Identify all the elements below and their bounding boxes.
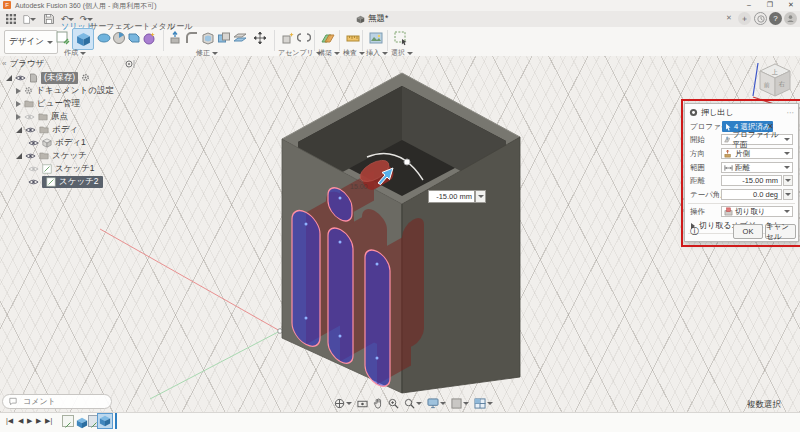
extent-row: 範囲 距離 — [685, 161, 798, 174]
visibility-eye-icon[interactable] — [28, 178, 39, 186]
combine-icon[interactable] — [216, 30, 232, 46]
timeline-step-forward-button[interactable]: ▶ — [36, 417, 41, 425]
job-status-icon[interactable] — [754, 12, 767, 25]
dialog-header[interactable]: 押し出し ⋯ — [685, 106, 798, 119]
avatar[interactable] — [784, 12, 797, 25]
fillet-icon[interactable] — [184, 30, 200, 46]
timeline-sketch1-feature[interactable] — [62, 415, 74, 427]
move-copy-icon[interactable] — [252, 30, 268, 46]
close-button[interactable]: ✕ — [784, 0, 798, 10]
tree-item-named-views[interactable]: ビュー管理 — [16, 97, 80, 110]
viewcube-right-label: 右 — [778, 80, 785, 88]
collapse-icon[interactable]: « — [2, 59, 6, 68]
operation-combo[interactable]: 切り取り — [721, 206, 793, 217]
visibility-eye-icon[interactable] — [15, 74, 26, 82]
display-settings[interactable] — [427, 398, 446, 409]
tree-item-sketch2-selected[interactable]: スケッチ2 — [28, 175, 103, 188]
press-pull-icon[interactable] — [168, 30, 184, 46]
offset-face-icon[interactable] — [232, 30, 248, 46]
help-icon[interactable]: ? — [769, 12, 782, 25]
collapse-arrow-icon[interactable] — [16, 88, 21, 94]
timeline-position-marker[interactable] — [115, 413, 117, 429]
display-settings-icon[interactable] — [125, 59, 135, 69]
expand-icon[interactable] — [16, 127, 22, 133]
visibility-eye-icon[interactable] — [25, 126, 36, 134]
extent-combo[interactable]: 距離 — [721, 162, 793, 173]
collapse-arrow-icon[interactable] — [16, 101, 21, 107]
tree-item-document-settings[interactable]: ドキュメントの設定 — [16, 84, 114, 97]
dimension-dropdown[interactable] — [475, 190, 486, 203]
distance-extent-icon — [724, 164, 733, 172]
orbit-tool[interactable] — [334, 398, 352, 409]
design-workspace-menu[interactable]: デザイン — [4, 30, 58, 54]
joint-icon[interactable] — [296, 30, 312, 46]
timeline-play-button[interactable]: ▶ — [27, 417, 32, 425]
visibility-eye-icon-off[interactable] — [28, 165, 39, 173]
tree-item-body1[interactable]: ボディ1 — [28, 136, 86, 149]
viewcube-top-label: 上 — [771, 69, 778, 75]
surface-patch-icon[interactable] — [96, 30, 112, 46]
dialog-grip-icon[interactable]: ⋯ — [787, 108, 795, 117]
ok-button[interactable]: OK — [733, 224, 763, 239]
form-tool-icon[interactable] — [141, 30, 157, 46]
timeline-go-start-button[interactable]: |◀ — [6, 417, 13, 425]
measure-icon[interactable] — [345, 30, 361, 46]
timeline-extrude1-feature[interactable] — [76, 415, 88, 427]
distance-input[interactable]: -15.00 mm — [721, 175, 782, 186]
select-tool-icon[interactable] — [393, 30, 409, 46]
file-menu-icon[interactable] — [23, 13, 36, 25]
tree-item-origin[interactable]: 原点 — [16, 110, 68, 123]
viewport-layout[interactable] — [474, 398, 493, 409]
start-combo[interactable]: プロファイル平面 — [721, 134, 793, 145]
surface-trim-icon[interactable] — [111, 30, 127, 46]
visibility-eye-icon-off[interactable] — [24, 113, 35, 121]
sheetmetal-flange-icon[interactable] — [126, 30, 142, 46]
timeline-go-end-button[interactable]: ▶| — [45, 417, 52, 425]
gear-icon[interactable] — [81, 73, 90, 82]
timeline-step-back-button[interactable]: ◀ — [18, 417, 23, 425]
sketch-icon — [42, 164, 52, 174]
zoom-tool[interactable] — [404, 398, 422, 409]
insert-image-icon[interactable] — [368, 30, 384, 46]
dimension-input[interactable]: -15.00 mm — [428, 190, 475, 203]
new-tab-button[interactable]: ＋ — [738, 12, 751, 25]
collapse-arrow-icon[interactable] — [16, 114, 21, 120]
body-cube-icon — [42, 138, 52, 148]
tree-item-sketch1[interactable]: スケッチ1 — [28, 162, 95, 175]
zoom-window-tool[interactable] — [388, 398, 399, 409]
create-sketch-icon[interactable] — [55, 30, 71, 46]
tree-root-unsaved[interactable]: (未保存) — [6, 71, 90, 84]
timeline-extrude2-feature-selected[interactable] — [97, 413, 113, 429]
pan-tool[interactable] — [373, 398, 383, 409]
viewcube-z-axis — [753, 63, 758, 96]
tree-item-sketches[interactable]: スケッチ — [16, 149, 87, 162]
new-component-icon[interactable] — [280, 30, 296, 46]
look-at-tool[interactable] — [357, 399, 368, 409]
taper-input[interactable]: 0.0 deg — [721, 189, 782, 200]
restore-button[interactable]: ❐ — [763, 0, 777, 10]
browser-header[interactable]: « ブラウザ — [2, 57, 135, 70]
grid-snap-settings[interactable] — [451, 398, 469, 409]
taper-dropdown[interactable] — [783, 189, 793, 200]
expand-icon[interactable] — [16, 153, 22, 159]
extrude-tool-icon[interactable] — [72, 28, 94, 50]
shell-icon[interactable] — [200, 30, 216, 46]
info-icon[interactable]: ⓘ — [690, 225, 699, 238]
tree-item-bodies[interactable]: ボディ — [16, 123, 78, 136]
visibility-eye-icon[interactable] — [25, 152, 36, 160]
tree-item-label: ボディ — [52, 124, 78, 136]
visibility-eye-icon[interactable] — [28, 139, 39, 147]
app-grid-icon[interactable] — [4, 13, 17, 25]
cancel-button[interactable]: キャンセル — [765, 224, 796, 239]
construction-plane-icon[interactable] — [320, 30, 336, 46]
minimize-button[interactable]: – — [742, 0, 756, 10]
comment-input[interactable] — [21, 396, 105, 407]
save-icon[interactable] — [42, 13, 55, 25]
rotate-dot-handle[interactable] — [404, 159, 410, 165]
distance-dropdown[interactable] — [783, 175, 793, 186]
comment-bar[interactable] — [2, 394, 112, 409]
tab-close-icon[interactable]: ✕ — [722, 13, 736, 23]
document-tab[interactable]: 無題* — [356, 12, 388, 26]
expand-icon[interactable] — [6, 75, 12, 81]
direction-combo[interactable]: 片側 — [721, 148, 793, 159]
